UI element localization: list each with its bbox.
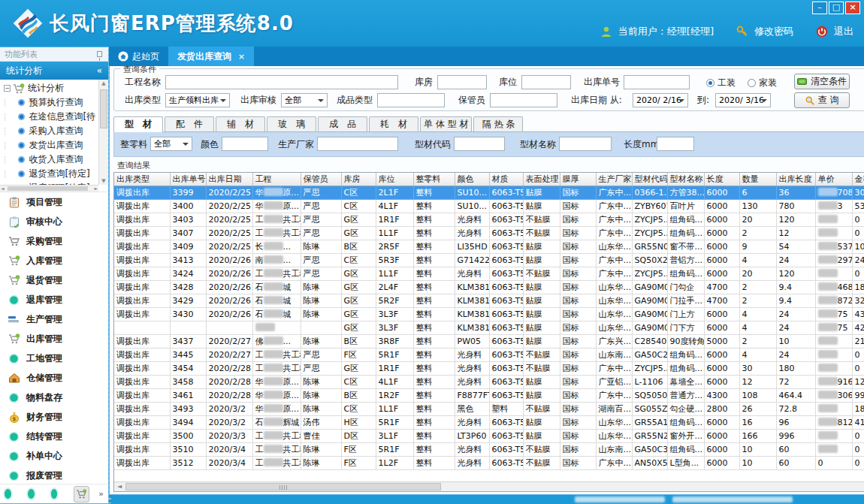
- column-header[interactable]: 出库单号: [170, 173, 206, 186]
- table-row[interactable]: 调拨出库34282020/2/26石城陈琳G区2L4F整料KLM38176063…: [114, 280, 864, 294]
- audit-select[interactable]: 全部: [281, 93, 328, 107]
- column-header[interactable]: 材质: [489, 173, 523, 186]
- order-no-input[interactable]: [624, 75, 690, 89]
- material-tab[interactable]: 配 件: [165, 116, 214, 131]
- overflow-chevron[interactable]: »: [98, 489, 104, 499]
- sidebar-item-chart[interactable]: 生产管理: [0, 309, 108, 329]
- material-tab[interactable]: 隔 热 条: [473, 116, 523, 131]
- scroll-right-icon[interactable]: ►: [94, 186, 98, 191]
- column-header[interactable]: 出库长度: [776, 173, 815, 186]
- tree-item[interactable]: ┊收货入库查询: [3, 152, 98, 167]
- column-header[interactable]: 工程: [252, 173, 301, 186]
- column-header[interactable]: 型材代码: [632, 173, 667, 186]
- table-row[interactable]: 调拨出库34132020/2/26南...严思C区5R3F整料G71422606…: [114, 253, 864, 267]
- product-type-input[interactable]: [377, 93, 445, 107]
- material-tab[interactable]: 辅 材: [216, 116, 265, 131]
- sidebar-item-dot[interactable]: 补单中心: [0, 446, 108, 466]
- date-to-picker[interactable]: 2020/ 3/16: [715, 93, 771, 107]
- table-row[interactable]: 调拨出库34542020/2/28工共工程严思G区1R1F整料光身料6063-T…: [114, 361, 864, 375]
- radio-gongzhuang[interactable]: 工装: [706, 77, 736, 89]
- column-header[interactable]: 出库类型: [114, 173, 170, 186]
- table-row[interactable]: 调拨出库34072020/2/25工共工程严思G区1L1F整料光身料6063-T…: [114, 226, 864, 240]
- module-dot-icon[interactable]: [28, 489, 35, 499]
- sidebar-item-cartgreen[interactable]: 出库管理: [0, 329, 108, 349]
- table-row[interactable]: 调拨出库34032020/2/25工共工程严思G区1R1F整料光身料6063-T…: [114, 213, 864, 226]
- tree-item[interactable]: ┊退货查询[待定]: [3, 167, 98, 181]
- column-header[interactable]: 长度: [704, 173, 739, 186]
- material-tab[interactable]: 耗 材: [369, 116, 418, 131]
- material-tab[interactable]: 型 材: [113, 116, 163, 132]
- table-row[interactable]: 调拨出库34292020/2/26石城陈琳G区5R2F整料KLM38176063…: [114, 294, 864, 307]
- color-input[interactable]: [222, 137, 268, 151]
- profile-code-input[interactable]: [454, 137, 505, 151]
- tab-shipping-outbound-query[interactable]: 发货出库查询 ×: [168, 47, 254, 66]
- date-from-picker[interactable]: 2020/ 2/16: [633, 93, 688, 107]
- column-header[interactable]: 整零料: [413, 173, 455, 186]
- warehouse-input[interactable]: [437, 75, 487, 89]
- sidebar-item-cartgreen[interactable]: 退货管理: [0, 270, 108, 290]
- module-dot-icon[interactable]: [5, 489, 11, 499]
- column-header[interactable]: 膜厚: [560, 173, 596, 186]
- length-input[interactable]: [657, 137, 694, 151]
- project-name-input[interactable]: [165, 75, 398, 89]
- tab-close-icon[interactable]: ×: [238, 52, 245, 62]
- column-header[interactable]: 颜色: [455, 173, 489, 186]
- column-header[interactable]: 数量: [739, 173, 776, 186]
- tree-hscroll-thumb[interactable]: [8, 186, 88, 191]
- sidebar-item-money[interactable]: $财务管理: [0, 407, 108, 427]
- table-row[interactable]: 调拨出库33992020/2/25华原...严思C区2L1F整料SU10...6…: [114, 186, 864, 199]
- collapse-icon[interactable]: «: [97, 62, 102, 80]
- location-input[interactable]: [521, 75, 571, 89]
- sidebar-item-dot[interactable]: 报废管理: [0, 466, 108, 484]
- tree-item[interactable]: ┊在途信息查询[待: [3, 110, 98, 124]
- tree-expander-icon[interactable]: −: [4, 85, 11, 92]
- table-row[interactable]: 调拨出库34452020/2/27工共工程严思F区5R1F整料光身料6063-T…: [114, 348, 864, 361]
- table-row[interactable]: 调拨出库34242020/2/26工共工程严思G区1L1F整料光身料6063-T…: [114, 267, 864, 280]
- table-row[interactable]: 调拨出库35102020/3/4工共工程陈琳F区5R1F整料光身料6063-T5…: [114, 442, 864, 456]
- tab-home[interactable]: 起始页: [109, 47, 168, 66]
- column-header[interactable]: 金额: [852, 173, 864, 186]
- pin-icon[interactable]: [97, 51, 102, 57]
- grid-hscroll-thumb[interactable]: [125, 483, 441, 490]
- outbound-type-select[interactable]: 生产领料出库: [165, 93, 230, 107]
- clear-conditions-button[interactable]: 清空条件: [794, 74, 850, 89]
- table-row[interactable]: 调拨出库34302020/2/26石城陈琳G区3L3F整料KLM38176063…: [114, 307, 864, 321]
- sidebar-item-cartgreen[interactable]: 入库管理: [0, 251, 108, 270]
- table-row[interactable]: 调拨出库35122020/3/4工共工程陈琳F区1L2F整料光身料6063-T5…: [114, 456, 864, 469]
- minimize-button[interactable]: –: [812, 2, 827, 14]
- table-row[interactable]: 调拨出库34932020/3/2华原...陈琳C区1L1F整料黑色塑料不贴膜国标…: [114, 402, 864, 415]
- material-tab[interactable]: 单 体 型 材: [420, 116, 472, 131]
- table-row[interactable]: 调拨出库34092020/2/25长...陈琳B区2R5F整料LI35HD606…: [114, 240, 864, 253]
- table-row[interactable]: 调拨出库34612020/2/28华原...陈琳B区1R2F整料F8877FT6…: [114, 388, 864, 402]
- table-row[interactable]: 调拨出库34942020/3/2石辉城汤伟H区5R1F整料光身料6063-T5贴…: [114, 415, 864, 429]
- tree-item[interactable]: ┊预算执行查询: [3, 95, 98, 110]
- whole-part-select[interactable]: 全部: [150, 137, 192, 151]
- tree-root-statistics[interactable]: −统计分析: [3, 81, 98, 95]
- table-row[interactable]: 调拨出库34002020/2/25华原...严思C区4L1F整料SU10...6…: [114, 199, 864, 213]
- keeper-input[interactable]: [490, 93, 557, 107]
- column-header[interactable]: 生产厂家: [596, 173, 632, 186]
- column-header[interactable]: 库位: [376, 173, 413, 186]
- logout-link[interactable]: 退出: [834, 25, 853, 38]
- column-header[interactable]: 保管员: [301, 173, 341, 186]
- scroll-left-icon[interactable]: ◄: [1, 186, 5, 191]
- sidebar-item-dot[interactable]: 物料盘存: [0, 388, 108, 407]
- search-button[interactable]: 查 询: [794, 92, 850, 108]
- material-tab[interactable]: 成 品: [318, 116, 367, 131]
- column-header[interactable]: 单价: [815, 173, 852, 186]
- material-tab[interactable]: 玻 璃: [267, 116, 316, 131]
- sidebar-item-clipboard2[interactable]: 审核中心: [0, 212, 108, 231]
- sidebar-item-dot[interactable]: 退库管理: [0, 290, 108, 309]
- tree-vertical-scrollbar[interactable]: ▲ ▼: [98, 80, 108, 185]
- tree-horizontal-scrollbar[interactable]: ◄ ►: [0, 185, 98, 192]
- sidebar-item-dot[interactable]: 工地管理: [0, 349, 108, 368]
- manufacturer-input[interactable]: [317, 137, 398, 151]
- scroll-down-icon[interactable]: ▼: [99, 178, 108, 184]
- cart-module-button[interactable]: [74, 486, 89, 502]
- radio-jiazhuang[interactable]: 家装: [748, 77, 777, 89]
- module-dot-icon[interactable]: [51, 489, 58, 499]
- column-header[interactable]: 表面处理: [523, 173, 560, 186]
- profile-name-input[interactable]: [559, 137, 612, 151]
- table-row[interactable]: G区3L3F整料KLM38176063-T5贴膜国标山东华...GA90M09.…: [114, 321, 864, 334]
- tree-vscroll-thumb[interactable]: [100, 89, 107, 128]
